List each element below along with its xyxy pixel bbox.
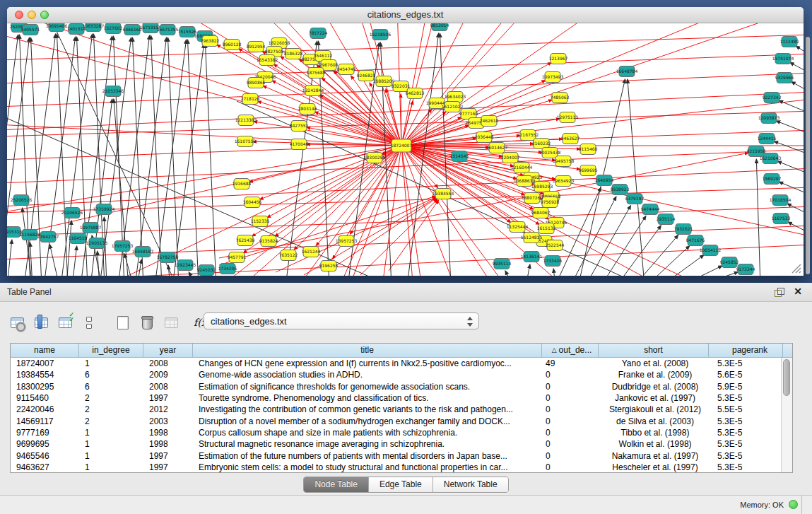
table-cell[interactable]: 5.9E-5 — [709, 382, 783, 392]
column-header-year[interactable]: year — [143, 344, 193, 357]
table-cell[interactable]: 5.3E-5 — [709, 358, 783, 368]
table-cell[interactable]: Jankovic et al. (1997) — [599, 393, 709, 403]
table-cell[interactable]: 1 — [79, 462, 143, 472]
table-cell[interactable]: 0 — [542, 393, 599, 403]
table-cell[interactable]: 5.3E-5 — [709, 462, 783, 472]
table-cell[interactable]: 6 — [79, 370, 143, 380]
table-cell[interactable]: 2 — [79, 416, 143, 426]
tab-edge-table[interactable]: Edge Table — [369, 477, 433, 492]
table-cell[interactable]: 2 — [79, 404, 143, 414]
table-cell[interactable]: 9115460 — [11, 393, 79, 403]
show-columns-icon[interactable] — [31, 313, 51, 332]
network-view-window[interactable]: citations_edges.txt 25206525405571306914… — [7, 7, 804, 276]
table-cell[interactable]: 19384554 — [11, 370, 79, 380]
table-cell[interactable]: Genome-wide association studies in ADHD. — [193, 370, 542, 380]
table-cell[interactable]: 5.3E-5 — [709, 393, 783, 403]
table-cell[interactable]: Investigating the contribution of common… — [193, 404, 542, 414]
table-cell[interactable]: 9465546 — [11, 451, 79, 461]
table-cell[interactable]: 5.3E-5 — [709, 428, 783, 438]
table-cell[interactable]: 49 — [542, 358, 599, 368]
close-panel-icon[interactable]: ✕ — [794, 286, 802, 297]
table-cell[interactable]: Franke et al. (2009) — [599, 370, 709, 380]
column-header-short[interactable]: short — [599, 344, 709, 357]
table-cell[interactable]: Nakamura et al. (1997) — [599, 451, 709, 461]
table-row[interactable]: 1456911722003Disruption of a novel membe… — [11, 415, 792, 426]
table-cell[interactable]: Disruption of a novel member of a sodium… — [193, 416, 542, 426]
table-cell[interactable]: Structural magnetic resonance image aver… — [193, 439, 542, 449]
table-cell[interactable]: 9699695 — [11, 439, 79, 449]
table-cell[interactable]: Corpus callosum shape and size in male p… — [193, 428, 542, 438]
new-table-icon[interactable] — [113, 313, 133, 332]
table-cell[interactable]: Tourette syndrome. Phenomenology and cla… — [193, 393, 542, 403]
table-cell[interactable]: 5.3E-5 — [709, 439, 783, 449]
table-cell[interactable]: Dudbridge et al. (2008) — [599, 382, 709, 392]
table-row[interactable]: 2242004622012Investigating the contribut… — [11, 404, 792, 415]
table-cell[interactable]: 9463627 — [11, 462, 79, 472]
table-cell[interactable]: 6 — [79, 382, 143, 392]
table-cell[interactable]: Estimation of the future numbers of pati… — [193, 451, 542, 461]
table-cell[interactable]: 0 — [542, 370, 599, 380]
table-cell[interactable]: 1998 — [143, 428, 193, 438]
table-cell[interactable]: 5.6E-5 — [709, 370, 783, 380]
row-height-icon[interactable] — [79, 313, 99, 332]
table-cell[interactable]: Tibbo et al. (1998) — [599, 428, 709, 438]
table-cell[interactable]: Embryonic stem cells: a model to study s… — [193, 462, 542, 472]
table-cell[interactable]: 2012 — [143, 404, 193, 414]
table-cell[interactable]: Hescheler et al. (1997) — [599, 462, 709, 472]
network-canvas[interactable]: 2520652540557130691406740151410653287152… — [7, 23, 804, 276]
table-cell[interactable]: 0 — [542, 451, 599, 461]
table-row[interactable]: 1830029562008Estimation of significance … — [11, 381, 792, 392]
table-cell[interactable]: 1 — [79, 428, 143, 438]
table-cell[interactable]: 1997 — [143, 451, 193, 461]
column-header-pagerank[interactable]: pagerank — [709, 344, 783, 357]
table-cell[interactable]: Estimation of significance thresholds fo… — [193, 382, 542, 392]
table-cell[interactable]: 1 — [79, 358, 143, 368]
table-cell[interactable]: 2008 — [143, 382, 193, 392]
delete-rows-icon[interactable] — [137, 313, 157, 332]
node-attribute-table[interactable]: namein_degreeyeartitle△out_de...shortpag… — [10, 343, 793, 473]
table-cell[interactable]: de Silva et al. (2003) — [599, 416, 709, 426]
table-row[interactable]: 969969511998Structural magnetic resonanc… — [11, 438, 792, 450]
table-cell[interactable]: 14569117 — [11, 416, 79, 426]
tab-node-table[interactable]: Node Table — [304, 477, 369, 492]
select-columns-icon[interactable]: ✓✓ — [55, 313, 75, 332]
table-row[interactable]: 1938455462009Genome-wide association stu… — [11, 369, 792, 380]
table-cell[interactable]: 0 — [542, 439, 599, 449]
column-header-title[interactable]: title — [193, 344, 542, 357]
table-row[interactable]: 977716911998Corpus callosum shape and si… — [11, 427, 792, 438]
table-cell[interactable]: 1 — [79, 439, 143, 449]
table-cell[interactable]: 2 — [79, 393, 143, 403]
scrollbar-thumb[interactable] — [783, 359, 790, 396]
table-cell[interactable]: 0 — [542, 428, 599, 438]
table-cell[interactable]: 0 — [542, 404, 599, 414]
column-header-out_de[interactable]: △out_de... — [542, 344, 599, 357]
table-cell[interactable]: 5.3E-5 — [709, 451, 783, 461]
table-cell[interactable]: 2008 — [143, 358, 193, 368]
table-cell[interactable]: 2003 — [143, 416, 193, 426]
memory-status-indicator[interactable] — [789, 500, 798, 509]
column-header-in_degree[interactable]: in_degree — [79, 344, 143, 357]
table-cell[interactable]: 1997 — [143, 393, 193, 403]
tab-network-table[interactable]: Network Table — [433, 477, 508, 492]
table-cell[interactable]: Yano et al. (2008) — [599, 358, 709, 368]
table-row[interactable]: 946362711997Embryonic stem cells: a mode… — [11, 462, 792, 473]
table-cell[interactable]: 0 — [542, 382, 599, 392]
window-resize-grip[interactable] — [790, 262, 801, 274]
table-row[interactable]: 946554611997Estimation of the future num… — [11, 450, 792, 461]
table-cell[interactable]: 5.5E-5 — [709, 404, 783, 414]
table-cell[interactable]: 5.3E-5 — [709, 416, 783, 426]
table-selector-dropdown[interactable]: citations_edges.txt — [204, 313, 479, 329]
table-cell[interactable]: Changes of HCN gene expression and I(f) … — [193, 358, 542, 368]
table-cell[interactable]: Wolkin et al. (1998) — [599, 439, 709, 449]
window-titlebar[interactable]: citations_edges.txt — [7, 7, 804, 23]
table-cell[interactable]: 18724007 — [11, 358, 79, 368]
table-cell[interactable]: 1 — [79, 451, 143, 461]
float-panel-icon[interactable] — [775, 288, 784, 297]
delete-table-icon[interactable] — [161, 313, 181, 332]
network-graph[interactable]: 2520652540557130691406740151410653287152… — [7, 23, 804, 276]
table-row[interactable]: 1872400712008Changes of HCN gene express… — [11, 358, 792, 369]
table-cell[interactable]: 9777169 — [11, 428, 79, 438]
table-cell[interactable]: 1998 — [143, 439, 193, 449]
table-cell[interactable]: 2009 — [143, 370, 193, 380]
table-mode-icon[interactable] — [7, 313, 27, 332]
